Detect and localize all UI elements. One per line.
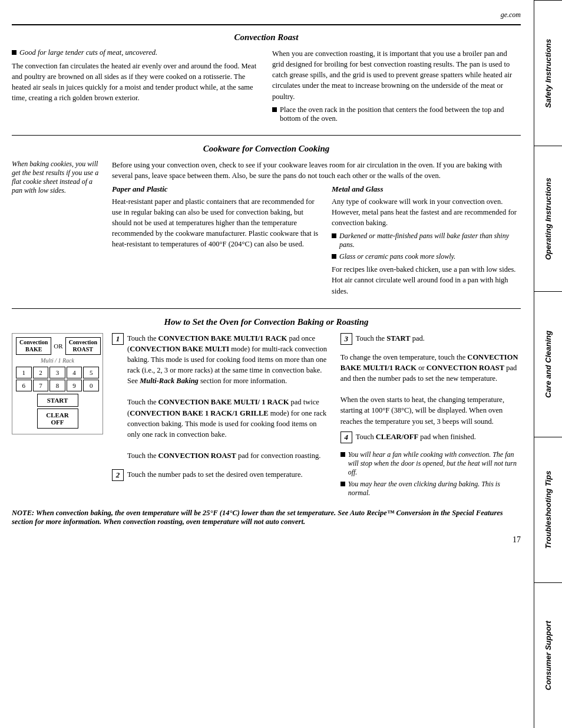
- bullet2-text: Place the oven rack in the position that…: [280, 106, 521, 123]
- bullet-icon: [332, 233, 336, 238]
- bullet-icon: [340, 452, 345, 457]
- bullet-icon: [12, 50, 16, 55]
- numpad-4[interactable]: 4: [67, 367, 82, 378]
- bullet-icon: [272, 107, 277, 112]
- cookware-section: Cookware for Convection Cooking When bak…: [12, 144, 521, 300]
- metal-title: Metal and Glass: [332, 185, 521, 194]
- convection-roast-left: Good for large tender cuts of meat, unco…: [12, 48, 260, 127]
- oven-bullet1-text: You will hear a fan while cooking with c…: [348, 450, 521, 477]
- side-label-text: When baking cookies, you will get the be…: [12, 160, 98, 195]
- step3-text: Touch the START pad.: [356, 333, 425, 344]
- numpad-7[interactable]: 7: [33, 380, 49, 391]
- roast-label: ConvectionROAST: [69, 339, 97, 353]
- metal-bullet1: Darkened or matte-finished pans will bak…: [332, 232, 521, 249]
- step2-num: 2: [112, 469, 124, 481]
- oven-roast-box[interactable]: ConvectionROAST: [65, 337, 101, 355]
- numpad-6[interactable]: 6: [16, 380, 32, 391]
- oven-bullet1: You will hear a fan while cooking with c…: [340, 450, 521, 477]
- cookware-side-label: When baking cookies, you will get the be…: [12, 160, 100, 300]
- cookware-cols: Paper and Plastic Heat-resistant paper a…: [112, 185, 521, 300]
- divider2: [12, 308, 521, 309]
- step3-row: 3 Touch the START pad.: [340, 333, 521, 347]
- tab-troubleshooting[interactable]: Troubleshooting Tips: [534, 437, 562, 582]
- oven-bullet2-text: You may hear the oven clicking during ba…: [348, 480, 521, 498]
- website-url: ge.com: [501, 11, 521, 19]
- numpad-0[interactable]: 0: [83, 380, 99, 391]
- start-button[interactable]: START: [37, 394, 78, 407]
- step1-row: 1 Touch the CONVECTION BAKE MULTI/1 RACK…: [112, 333, 329, 465]
- cookware-intro: Before using your convection oven, check…: [112, 160, 521, 181]
- metal-body: Any type of cookware will work in your c…: [332, 196, 521, 228]
- header: ge.com: [12, 6, 521, 25]
- cookware-main: Before using your convection oven, check…: [112, 160, 521, 300]
- convection-roast-bullet1: Good for large tender cuts of meat, unco…: [12, 48, 260, 57]
- convection-roast-body-left: The convection fan circulates the heated…: [12, 61, 260, 104]
- tab-safety-instructions[interactable]: Safety Instructions: [534, 0, 562, 146]
- step2-row: 2 Touch the number pads to set the desir…: [112, 469, 329, 483]
- convection-roast-right: When you are convection roasting, it is …: [272, 48, 521, 127]
- step4-num: 4: [340, 431, 352, 443]
- step1-num: 1: [112, 333, 124, 345]
- oven-bullet2: You may hear the oven clicking during ba…: [340, 480, 521, 498]
- step4-text: Touch CLEAR/OFF pad when finished.: [356, 431, 476, 442]
- convection-roast-body-right1: When you are convection roasting, it is …: [272, 48, 521, 102]
- step3-extra: To change the oven temperature, touch th…: [340, 352, 521, 427]
- main-content: ge.com Convection Roast Good for large t…: [0, 0, 533, 556]
- bullet1-text: Good for large tender cuts of meat, unco…: [19, 48, 157, 57]
- instructions-cols: 1 Touch the CONVECTION BAKE MULTI/1 RACK…: [112, 333, 521, 500]
- step4-row: 4 Touch CLEAR/OFF pad when finished.: [340, 431, 521, 446]
- tab-operating-instructions[interactable]: Operating Instructions: [534, 146, 562, 291]
- paper-body: Heat-resistant paper and plastic contain…: [112, 196, 320, 250]
- oven-setting-section: How to Set the Oven for Convection Bakin…: [12, 317, 521, 526]
- sidebar: Safety Instructions Operating Instructio…: [534, 0, 562, 728]
- tab-care-cleaning[interactable]: Care and Cleaning: [534, 291, 562, 437]
- clear-off-button[interactable]: CLEAROFF: [37, 409, 78, 429]
- note-text: NOTE: When convection baking, the oven t…: [12, 509, 503, 526]
- oven-bake-box[interactable]: ConvectionBAKE: [16, 337, 51, 355]
- numpad-2[interactable]: 2: [33, 367, 49, 378]
- cookware-metal-col: Metal and Glass Any type of cookware wil…: [332, 185, 521, 300]
- oven-numpad: 1 2 3 4 5 6 7 8 9 0: [16, 367, 99, 391]
- convection-roast-cols: Good for large tender cuts of meat, unco…: [12, 48, 521, 127]
- numpad-3[interactable]: 3: [49, 367, 65, 378]
- paper-title: Paper and Plastic: [112, 185, 320, 194]
- bullet-icon: [332, 254, 336, 259]
- step3-num: 3: [340, 333, 352, 345]
- oven-diagram: ConvectionBAKE OR ConvectionROAST Multi …: [12, 333, 103, 434]
- numpad-9[interactable]: 9: [67, 380, 82, 391]
- cookware-paper-col: Paper and Plastic Heat-resistant paper a…: [112, 185, 320, 300]
- bake-label: ConvectionBAKE: [19, 339, 48, 353]
- numpad-8[interactable]: 8: [49, 380, 65, 391]
- numpad-5[interactable]: 5: [83, 367, 99, 378]
- bullet-icon: [340, 482, 345, 486]
- cookware-title: Cookware for Convection Cooking: [12, 144, 521, 154]
- convection-roast-section: Convection Roast Good for large tender c…: [12, 32, 521, 127]
- note-box: NOTE: When convection baking, the oven t…: [12, 509, 521, 526]
- oven-top-row: ConvectionBAKE OR ConvectionROAST: [16, 337, 99, 355]
- convection-roast-bullet2: Place the oven rack in the position that…: [272, 106, 521, 123]
- oven-layout: ConvectionBAKE OR ConvectionROAST Multi …: [12, 333, 521, 500]
- step2-text: Touch the number pads to set the desired…: [127, 469, 303, 480]
- cookware-layout: When baking cookies, you will get the be…: [12, 160, 521, 300]
- metal-bullet1-text: Darkened or matte-finished pans will bak…: [339, 232, 521, 249]
- metal-bullet2: Glass or ceramic pans cook more slowly.: [332, 252, 521, 261]
- oven-instructions: 1 Touch the CONVECTION BAKE MULTI/1 RACK…: [112, 333, 521, 500]
- metal-bullet2-text: Glass or ceramic pans cook more slowly.: [339, 252, 455, 261]
- convection-roast-title: Convection Roast: [12, 32, 521, 42]
- page-number: 17: [12, 535, 521, 545]
- oven-title: How to Set the Oven for Convection Bakin…: [12, 317, 521, 327]
- numpad-1[interactable]: 1: [16, 367, 32, 378]
- step1-text: Touch the CONVECTION BAKE MULTI/1 RACK p…: [127, 333, 329, 462]
- tab-consumer-support[interactable]: Consumer Support: [534, 582, 562, 728]
- divider1: [12, 135, 521, 136]
- metal-extra: For recipes like oven-baked chicken, use…: [332, 264, 521, 296]
- oven-or-label: OR: [54, 342, 62, 350]
- instr-col2: 3 Touch the START pad. To change the ove…: [340, 333, 521, 500]
- oven-multi-label: Multi / 1 Rack: [16, 357, 99, 364]
- instr-col1: 1 Touch the CONVECTION BAKE MULTI/1 RACK…: [112, 333, 329, 500]
